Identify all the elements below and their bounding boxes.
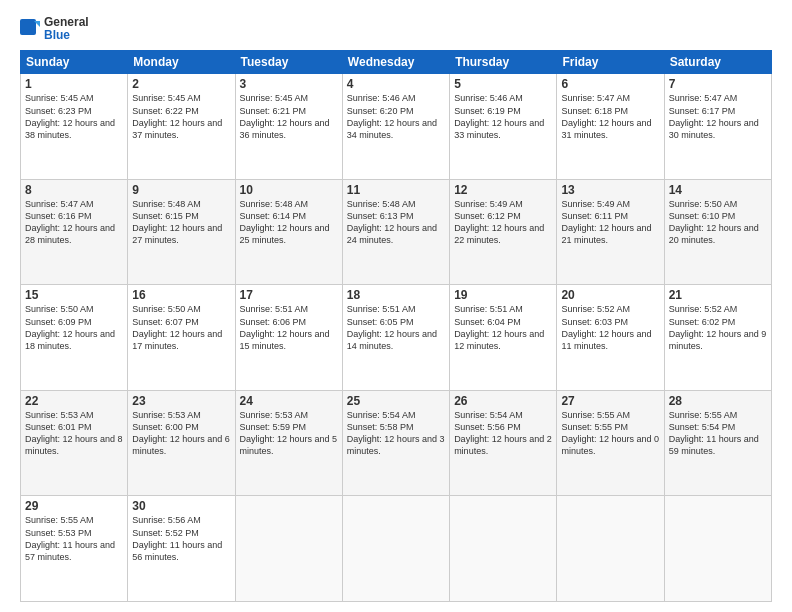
svg-rect-0	[20, 19, 36, 35]
day-number: 2	[132, 77, 230, 91]
day-detail: Sunrise: 5:47 AMSunset: 6:16 PMDaylight:…	[25, 198, 123, 247]
day-detail: Sunrise: 5:50 AMSunset: 6:07 PMDaylight:…	[132, 303, 230, 352]
logo: General Blue	[20, 16, 89, 42]
day-detail: Sunrise: 5:55 AMSunset: 5:55 PMDaylight:…	[561, 409, 659, 458]
day-detail: Sunrise: 5:48 AMSunset: 6:14 PMDaylight:…	[240, 198, 338, 247]
day-number: 28	[669, 394, 767, 408]
day-number: 15	[25, 288, 123, 302]
day-detail: Sunrise: 5:51 AMSunset: 6:04 PMDaylight:…	[454, 303, 552, 352]
day-detail: Sunrise: 5:53 AMSunset: 5:59 PMDaylight:…	[240, 409, 338, 458]
calendar-cell	[235, 496, 342, 602]
calendar-cell: 25Sunrise: 5:54 AMSunset: 5:58 PMDayligh…	[342, 390, 449, 496]
day-detail: Sunrise: 5:51 AMSunset: 6:06 PMDaylight:…	[240, 303, 338, 352]
day-header: Sunday	[21, 51, 128, 74]
calendar-cell: 18Sunrise: 5:51 AMSunset: 6:05 PMDayligh…	[342, 285, 449, 391]
day-detail: Sunrise: 5:47 AMSunset: 6:18 PMDaylight:…	[561, 92, 659, 141]
calendar-cell: 14Sunrise: 5:50 AMSunset: 6:10 PMDayligh…	[664, 179, 771, 285]
day-detail: Sunrise: 5:56 AMSunset: 5:52 PMDaylight:…	[132, 514, 230, 563]
calendar: SundayMondayTuesdayWednesdayThursdayFrid…	[20, 50, 772, 602]
day-number: 5	[454, 77, 552, 91]
day-number: 24	[240, 394, 338, 408]
calendar-cell: 23Sunrise: 5:53 AMSunset: 6:00 PMDayligh…	[128, 390, 235, 496]
calendar-cell	[450, 496, 557, 602]
calendar-cell: 7Sunrise: 5:47 AMSunset: 6:17 PMDaylight…	[664, 74, 771, 180]
day-detail: Sunrise: 5:45 AMSunset: 6:23 PMDaylight:…	[25, 92, 123, 141]
calendar-cell: 17Sunrise: 5:51 AMSunset: 6:06 PMDayligh…	[235, 285, 342, 391]
calendar-cell: 5Sunrise: 5:46 AMSunset: 6:19 PMDaylight…	[450, 74, 557, 180]
day-detail: Sunrise: 5:53 AMSunset: 6:01 PMDaylight:…	[25, 409, 123, 458]
calendar-cell: 26Sunrise: 5:54 AMSunset: 5:56 PMDayligh…	[450, 390, 557, 496]
calendar-cell	[664, 496, 771, 602]
calendar-cell: 3Sunrise: 5:45 AMSunset: 6:21 PMDaylight…	[235, 74, 342, 180]
calendar-cell: 9Sunrise: 5:48 AMSunset: 6:15 PMDaylight…	[128, 179, 235, 285]
day-detail: Sunrise: 5:49 AMSunset: 6:12 PMDaylight:…	[454, 198, 552, 247]
day-detail: Sunrise: 5:47 AMSunset: 6:17 PMDaylight:…	[669, 92, 767, 141]
calendar-cell: 4Sunrise: 5:46 AMSunset: 6:20 PMDaylight…	[342, 74, 449, 180]
calendar-cell: 2Sunrise: 5:45 AMSunset: 6:22 PMDaylight…	[128, 74, 235, 180]
logo-line2: Blue	[44, 29, 89, 42]
day-detail: Sunrise: 5:45 AMSunset: 6:22 PMDaylight:…	[132, 92, 230, 141]
day-number: 16	[132, 288, 230, 302]
day-detail: Sunrise: 5:50 AMSunset: 6:10 PMDaylight:…	[669, 198, 767, 247]
calendar-cell: 19Sunrise: 5:51 AMSunset: 6:04 PMDayligh…	[450, 285, 557, 391]
day-number: 8	[25, 183, 123, 197]
day-header: Tuesday	[235, 51, 342, 74]
day-detail: Sunrise: 5:48 AMSunset: 6:15 PMDaylight:…	[132, 198, 230, 247]
day-header: Friday	[557, 51, 664, 74]
day-detail: Sunrise: 5:54 AMSunset: 5:58 PMDaylight:…	[347, 409, 445, 458]
calendar-cell	[342, 496, 449, 602]
day-number: 23	[132, 394, 230, 408]
logo-shape	[20, 19, 40, 39]
day-number: 26	[454, 394, 552, 408]
calendar-cell: 24Sunrise: 5:53 AMSunset: 5:59 PMDayligh…	[235, 390, 342, 496]
day-detail: Sunrise: 5:52 AMSunset: 6:02 PMDaylight:…	[669, 303, 767, 352]
day-detail: Sunrise: 5:51 AMSunset: 6:05 PMDaylight:…	[347, 303, 445, 352]
day-number: 7	[669, 77, 767, 91]
day-header: Saturday	[664, 51, 771, 74]
day-number: 19	[454, 288, 552, 302]
day-number: 18	[347, 288, 445, 302]
day-number: 4	[347, 77, 445, 91]
calendar-cell: 27Sunrise: 5:55 AMSunset: 5:55 PMDayligh…	[557, 390, 664, 496]
calendar-cell: 1Sunrise: 5:45 AMSunset: 6:23 PMDaylight…	[21, 74, 128, 180]
calendar-cell: 8Sunrise: 5:47 AMSunset: 6:16 PMDaylight…	[21, 179, 128, 285]
day-header: Monday	[128, 51, 235, 74]
calendar-cell: 15Sunrise: 5:50 AMSunset: 6:09 PMDayligh…	[21, 285, 128, 391]
day-number: 21	[669, 288, 767, 302]
calendar-cell: 16Sunrise: 5:50 AMSunset: 6:07 PMDayligh…	[128, 285, 235, 391]
day-detail: Sunrise: 5:54 AMSunset: 5:56 PMDaylight:…	[454, 409, 552, 458]
day-detail: Sunrise: 5:48 AMSunset: 6:13 PMDaylight:…	[347, 198, 445, 247]
calendar-cell: 6Sunrise: 5:47 AMSunset: 6:18 PMDaylight…	[557, 74, 664, 180]
day-number: 10	[240, 183, 338, 197]
day-number: 30	[132, 499, 230, 513]
day-detail: Sunrise: 5:53 AMSunset: 6:00 PMDaylight:…	[132, 409, 230, 458]
day-number: 12	[454, 183, 552, 197]
calendar-cell: 30Sunrise: 5:56 AMSunset: 5:52 PMDayligh…	[128, 496, 235, 602]
day-number: 3	[240, 77, 338, 91]
calendar-cell: 20Sunrise: 5:52 AMSunset: 6:03 PMDayligh…	[557, 285, 664, 391]
day-detail: Sunrise: 5:45 AMSunset: 6:21 PMDaylight:…	[240, 92, 338, 141]
day-number: 27	[561, 394, 659, 408]
calendar-cell: 11Sunrise: 5:48 AMSunset: 6:13 PMDayligh…	[342, 179, 449, 285]
day-detail: Sunrise: 5:55 AMSunset: 5:54 PMDaylight:…	[669, 409, 767, 458]
day-number: 14	[669, 183, 767, 197]
day-header: Thursday	[450, 51, 557, 74]
day-number: 20	[561, 288, 659, 302]
day-detail: Sunrise: 5:50 AMSunset: 6:09 PMDaylight:…	[25, 303, 123, 352]
day-number: 13	[561, 183, 659, 197]
calendar-cell: 22Sunrise: 5:53 AMSunset: 6:01 PMDayligh…	[21, 390, 128, 496]
day-header: Wednesday	[342, 51, 449, 74]
day-detail: Sunrise: 5:55 AMSunset: 5:53 PMDaylight:…	[25, 514, 123, 563]
day-detail: Sunrise: 5:52 AMSunset: 6:03 PMDaylight:…	[561, 303, 659, 352]
day-number: 17	[240, 288, 338, 302]
day-number: 9	[132, 183, 230, 197]
day-number: 6	[561, 77, 659, 91]
day-detail: Sunrise: 5:49 AMSunset: 6:11 PMDaylight:…	[561, 198, 659, 247]
day-number: 11	[347, 183, 445, 197]
day-detail: Sunrise: 5:46 AMSunset: 6:19 PMDaylight:…	[454, 92, 552, 141]
calendar-cell: 29Sunrise: 5:55 AMSunset: 5:53 PMDayligh…	[21, 496, 128, 602]
calendar-cell: 28Sunrise: 5:55 AMSunset: 5:54 PMDayligh…	[664, 390, 771, 496]
calendar-cell	[557, 496, 664, 602]
calendar-cell: 10Sunrise: 5:48 AMSunset: 6:14 PMDayligh…	[235, 179, 342, 285]
calendar-cell: 13Sunrise: 5:49 AMSunset: 6:11 PMDayligh…	[557, 179, 664, 285]
